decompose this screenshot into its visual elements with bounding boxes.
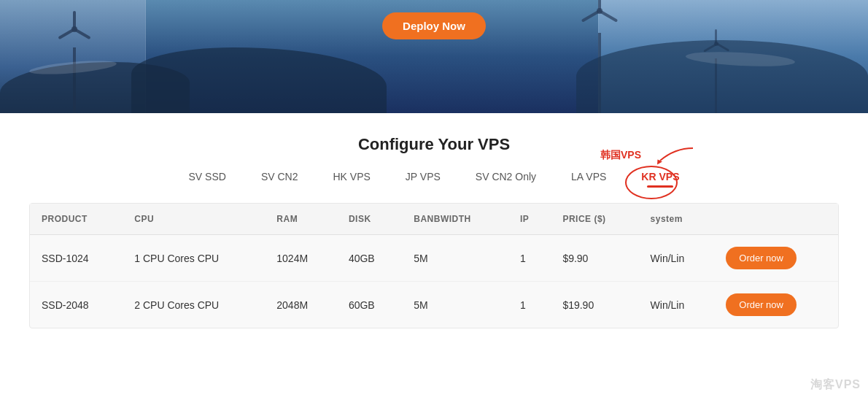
cell-bandwidth: 5M	[402, 282, 508, 328]
col-system: system	[639, 204, 715, 235]
cell-product: SSD-1024	[30, 235, 123, 282]
tab-sv-cn2-only[interactable]: SV CN2 Only	[473, 165, 539, 188]
tab-sv-cn2[interactable]: SV CN2	[258, 165, 301, 188]
col-cpu: CPU	[123, 204, 265, 235]
cell-action: Order now	[714, 235, 838, 282]
tab-sv-ssd[interactable]: SV SSD	[186, 165, 229, 188]
table-row: SSD-2048 2 CPU Cores CPU 2048M 60GB 5M 1…	[30, 282, 838, 328]
col-price: PRICE ($)	[551, 204, 638, 235]
annotation-label: 韩国VPS	[600, 149, 641, 162]
cell-ram: 1024M	[265, 235, 337, 282]
col-disk: DISK	[337, 204, 402, 235]
cell-action: Order now	[714, 282, 838, 328]
kr-annotation: 韩国VPS	[600, 145, 697, 166]
table-row: SSD-1024 1 CPU Cores CPU 1024M 40GB 5M 1…	[30, 235, 838, 282]
table-body: SSD-1024 1 CPU Cores CPU 1024M 40GB 5M 1…	[30, 235, 838, 328]
tabs-container: SV SSD SV CN2 HK VPS JP VPS SV CN2 Only …	[15, 165, 853, 188]
order-button-0[interactable]: Order now	[726, 247, 797, 269]
annotation-arrow	[646, 145, 697, 166]
svg-rect-6	[599, 9, 618, 22]
cell-system: Win/Lin	[639, 282, 715, 328]
cell-ip: 1	[508, 282, 551, 328]
tab-la-vps[interactable]: LA VPS	[568, 165, 609, 188]
col-bandwidth: BANBWIDTH	[402, 204, 508, 235]
col-product: PRODUCT	[30, 204, 123, 235]
cell-disk: 60GB	[337, 282, 402, 328]
cell-disk: 40GB	[337, 235, 402, 282]
cell-price: $9.90	[551, 235, 638, 282]
products-table: PRODUCT CPU RAM DISK BANBWIDTH IP PRICE …	[30, 204, 838, 328]
table-header-row: PRODUCT CPU RAM DISK BANBWIDTH IP PRICE …	[30, 204, 838, 235]
active-tab-indicator	[647, 185, 673, 188]
hill-right	[576, 40, 868, 113]
hero-banner: Deploy Now	[0, 0, 868, 113]
col-action	[714, 204, 838, 235]
main-content: Configure Your VPS SV SSD SV CN2 HK VPS …	[0, 113, 868, 328]
cell-cpu: 1 CPU Cores CPU	[123, 235, 265, 282]
svg-rect-2	[74, 28, 91, 39]
cell-ram: 2048M	[265, 282, 337, 328]
svg-rect-7	[581, 9, 600, 22]
cell-ip: 1	[508, 235, 551, 282]
order-button-1[interactable]: Order now	[726, 293, 797, 316]
svg-rect-3	[58, 28, 75, 39]
cell-bandwidth: 5M	[402, 235, 508, 282]
deploy-now-button[interactable]: Deploy Now	[382, 12, 486, 39]
cell-product: SSD-2048	[30, 282, 123, 328]
col-ram: RAM	[265, 204, 337, 235]
tab-jp-vps[interactable]: JP VPS	[403, 165, 443, 188]
cell-cpu: 2 CPU Cores CPU	[123, 282, 265, 328]
tab-hk-vps[interactable]: HK VPS	[330, 165, 373, 188]
svg-rect-1	[73, 11, 76, 29]
tabs-section: SV SSD SV CN2 HK VPS JP VPS SV CN2 Only …	[15, 165, 853, 188]
kr-tab-wrapper: KR VPS	[638, 170, 682, 183]
products-table-wrapper: PRODUCT CPU RAM DISK BANBWIDTH IP PRICE …	[29, 203, 839, 328]
cell-price: $19.90	[551, 282, 638, 328]
section-title: Configure Your VPS	[15, 135, 853, 154]
col-ip: IP	[508, 204, 551, 235]
cell-system: Win/Lin	[639, 235, 715, 282]
svg-rect-5	[598, 0, 601, 11]
